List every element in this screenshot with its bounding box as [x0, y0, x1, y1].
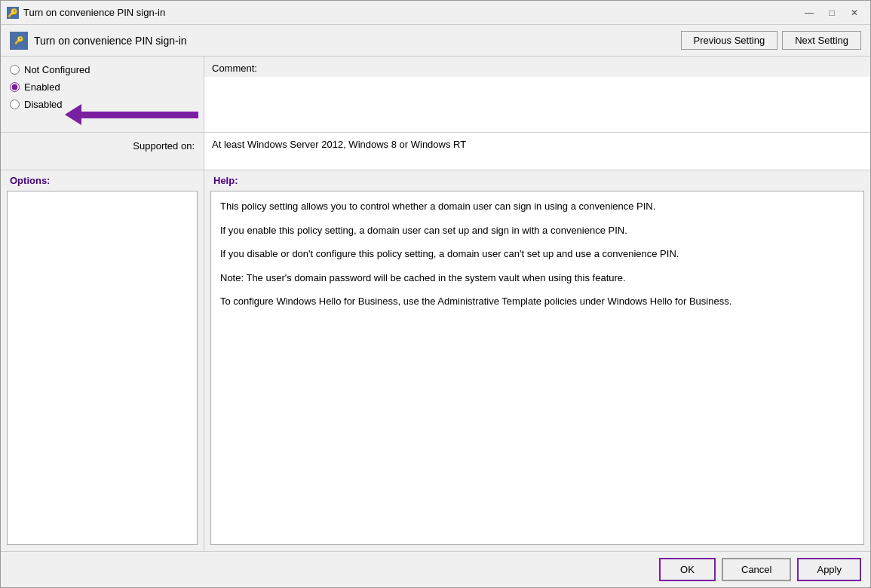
comment-label: Comment: [204, 57, 870, 77]
not-configured-radio[interactable] [10, 65, 20, 75]
help-panel: Help: This policy setting allows you to … [204, 170, 870, 551]
enabled-label: Enabled [24, 81, 60, 93]
close-button[interactable]: ✕ [845, 5, 864, 20]
not-configured-option[interactable]: Not Configured [10, 64, 195, 75]
cancel-button[interactable]: Cancel [722, 558, 791, 581]
window-icon: 🔑 [7, 7, 19, 19]
title-bar: 🔑 Turn on convenience PIN sign-in — □ ✕ [1, 1, 870, 25]
ok-button[interactable]: OK [659, 558, 716, 581]
help-header: Help: [204, 170, 870, 191]
help-para-2: If you enable this policy setting, a dom… [220, 223, 854, 238]
bottom-bar: OK Cancel Apply [1, 551, 870, 587]
supported-on-row: Supported on: At least Windows Server 20… [1, 133, 870, 170]
minimize-button[interactable]: — [799, 5, 819, 20]
window-title: Turn on convenience PIN sign-in [23, 7, 165, 18]
disabled-radio[interactable] [10, 100, 20, 109]
header-title-area: 🔑 Turn on convenience PIN sign-in [10, 32, 187, 50]
apply-button[interactable]: Apply [797, 558, 861, 581]
next-setting-button[interactable]: Next Setting [782, 31, 861, 50]
header-icon: 🔑 [10, 32, 28, 50]
supported-on-value: At least Windows Server 2012, Windows 8 … [204, 133, 870, 170]
maximize-button[interactable]: □ [822, 5, 842, 20]
disabled-option[interactable]: Disabled [10, 99, 195, 110]
radio-panel: Not Configured Enabled Disabled [1, 57, 204, 132]
comment-textarea[interactable] [204, 77, 860, 132]
help-para-4: Note: The user's domain password will be… [220, 271, 854, 286]
options-help-section: Options: Help: This policy setting allow… [1, 170, 870, 551]
supported-on-label: Supported on: [1, 133, 204, 170]
comment-panel: Comment: [204, 57, 870, 132]
disabled-label: Disabled [24, 99, 63, 110]
title-bar-left: 🔑 Turn on convenience PIN sign-in [7, 7, 165, 19]
help-content: This policy setting allows you to contro… [210, 191, 864, 545]
comment-scroll-area[interactable] [204, 77, 870, 132]
not-configured-label: Not Configured [24, 64, 90, 75]
nav-buttons: Previous Setting Next Setting [681, 31, 862, 50]
options-panel: Options: [1, 170, 204, 551]
setting-title: Turn on convenience PIN sign-in [34, 35, 187, 47]
top-section: Not Configured Enabled Disabled Comment: [1, 57, 870, 133]
enabled-radio[interactable] [10, 82, 20, 92]
help-para-1: This policy setting allows you to contro… [220, 199, 854, 214]
options-content[interactable] [7, 191, 198, 545]
help-para-5: To configure Windows Hello for Business,… [220, 294, 854, 309]
options-header: Options: [1, 170, 204, 191]
header-row: 🔑 Turn on convenience PIN sign-in Previo… [1, 25, 870, 57]
previous-setting-button[interactable]: Previous Setting [681, 31, 778, 50]
main-window: 🔑 Turn on convenience PIN sign-in — □ ✕ … [0, 0, 871, 588]
help-para-3: If you disable or don't configure this p… [220, 247, 854, 262]
content-area: Not Configured Enabled Disabled Comment: [1, 57, 870, 551]
title-bar-controls: — □ ✕ [799, 5, 864, 20]
enabled-option[interactable]: Enabled [10, 81, 195, 93]
